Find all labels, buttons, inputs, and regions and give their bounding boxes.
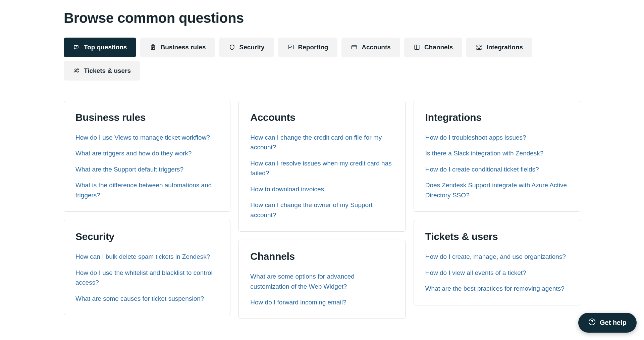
faq-link[interactable]: How do I create, manage, and use organiz… [425, 253, 566, 260]
list-item: What are the Support default triggers? [75, 164, 219, 174]
card-link-list: How can I bulk delete spam tickets in Ze… [75, 252, 219, 303]
card: Tickets & usersHow do I create, manage, … [414, 220, 580, 305]
card-link-list: How do I use Views to manage ticket work… [75, 133, 219, 200]
list-item: How can I bulk delete spam tickets in Ze… [75, 252, 219, 261]
list-item: What are triggers and how do they work? [75, 148, 219, 158]
clipboard-icon [150, 44, 156, 51]
svg-rect-5 [415, 45, 419, 49]
layout-icon [414, 44, 420, 51]
card-title: Accounts [250, 112, 393, 123]
list-item: What is the difference between automatio… [75, 180, 219, 200]
faq-link[interactable]: How can I resolve issues when my credit … [250, 160, 391, 177]
card-title: Integrations [425, 112, 569, 123]
list-item: How do I view all events of a ticket? [425, 268, 569, 278]
card-title: Tickets & users [425, 231, 569, 242]
tab-label: Tickets & users [84, 67, 131, 75]
card-link-list: How can I change the credit card on file… [250, 133, 393, 220]
tab-row: Top questionsBusiness rulesSecurityRepor… [64, 38, 580, 81]
card-link-list: How do I create, manage, and use organiz… [425, 252, 569, 293]
svg-point-9 [592, 323, 592, 324]
faq-link[interactable]: What are triggers and how do they work? [75, 150, 192, 157]
tab-tickets-users[interactable]: Tickets & users [64, 61, 140, 81]
faq-link[interactable]: How do I use Views to manage ticket work… [75, 134, 210, 141]
get-help-label: Get help [600, 319, 627, 327]
tab-channels[interactable]: Channels [404, 38, 463, 57]
tab-accounts[interactable]: Accounts [341, 38, 400, 57]
card-title: Channels [250, 251, 393, 262]
svg-point-0 [76, 47, 76, 48]
faq-link[interactable]: What is the difference between automatio… [75, 182, 212, 198]
list-item: How can I resolve issues when my credit … [250, 158, 393, 178]
card-column: AccountsHow can I change the credit card… [238, 101, 405, 319]
page-title: Browse common questions [64, 10, 580, 26]
tab-label: Integrations [486, 44, 523, 51]
shield-icon [229, 44, 235, 51]
list-item: How can I change the owner of my Support… [250, 200, 393, 220]
svg-point-6 [75, 69, 76, 70]
credit-card-icon [351, 44, 358, 51]
card-title: Security [75, 231, 219, 242]
tab-label: Business rules [160, 44, 206, 51]
chat-question-icon [73, 44, 80, 51]
card: ChannelsWhat are some options for advanc… [238, 240, 405, 319]
svg-point-7 [77, 69, 78, 70]
list-item: What are some options for advanced custo… [250, 272, 393, 291]
chart-icon [287, 44, 294, 51]
list-item: How do I use Views to manage ticket work… [75, 133, 219, 142]
list-item: How do I troubleshoot apps issues? [425, 133, 569, 142]
list-item: How to download invoices [250, 184, 393, 194]
list-item: What are the best practices for removing… [425, 284, 569, 293]
tab-reporting[interactable]: Reporting [278, 38, 338, 57]
card-link-list: How do I troubleshoot apps issues?Is the… [425, 133, 569, 200]
faq-link[interactable]: What are some causes for ticket suspensi… [75, 295, 204, 302]
tab-label: Security [239, 44, 265, 51]
tab-label: Accounts [362, 44, 391, 51]
faq-link[interactable]: How can I change the credit card on file… [250, 134, 382, 151]
card: AccountsHow can I change the credit card… [238, 101, 405, 232]
list-item: How do I create conditional ticket field… [425, 164, 569, 174]
list-item: How do I use the whitelist and blacklist… [75, 268, 219, 288]
list-item: How do I forward incoming email? [250, 297, 393, 307]
faq-link[interactable]: How can I bulk delete spam tickets in Ze… [75, 253, 210, 260]
list-item: Is there a Slack integration with Zendes… [425, 148, 569, 158]
faq-link[interactable]: How do I forward incoming email? [250, 299, 346, 306]
faq-link[interactable]: How to download invoices [250, 186, 324, 193]
svg-rect-3 [288, 45, 293, 49]
faq-link[interactable]: Does Zendesk Support integrate with Azur… [425, 182, 567, 198]
tab-label: Reporting [298, 44, 328, 51]
list-item: How do I create, manage, and use organiz… [425, 252, 569, 261]
cards-grid: Business rulesHow do I use Views to mana… [64, 101, 580, 319]
faq-link[interactable]: What are the Support default triggers? [75, 166, 183, 173]
card: Business rulesHow do I use Views to mana… [64, 101, 230, 212]
faq-link[interactable]: How do I view all events of a ticket? [425, 269, 526, 276]
faq-link[interactable]: How do I use the whitelist and blacklist… [75, 269, 213, 286]
faq-link[interactable]: How do I create conditional ticket field… [425, 166, 539, 173]
card-link-list: What are some options for advanced custo… [250, 272, 393, 307]
faq-link[interactable]: What are the best practices for removing… [425, 285, 565, 292]
tab-security[interactable]: Security [219, 38, 274, 57]
faq-link[interactable]: How do I troubleshoot apps issues? [425, 134, 526, 141]
list-item: What are some causes for ticket suspensi… [75, 294, 219, 303]
tab-label: Channels [424, 44, 453, 51]
list-item: Does Zendesk Support integrate with Azur… [425, 180, 569, 200]
card-title: Business rules [75, 112, 219, 123]
card: SecurityHow can I bulk delete spam ticke… [64, 220, 230, 315]
card-column: Business rulesHow do I use Views to mana… [64, 101, 230, 315]
list-item: How can I change the credit card on file… [250, 133, 393, 152]
tab-integrations[interactable]: Integrations [466, 38, 532, 57]
tab-label: Top questions [84, 44, 127, 51]
get-help-button[interactable]: Get help [578, 313, 637, 332]
faq-link[interactable]: What are some options for advanced custo… [250, 273, 355, 290]
faq-link[interactable]: How can I change the owner of my Support… [250, 201, 372, 218]
tab-business-rules[interactable]: Business rules [140, 38, 215, 57]
card: IntegrationsHow do I troubleshoot apps i… [414, 101, 580, 212]
puzzle-icon [476, 44, 482, 51]
faq-link[interactable]: Is there a Slack integration with Zendes… [425, 150, 544, 157]
svg-rect-4 [352, 46, 357, 49]
card-column: IntegrationsHow do I troubleshoot apps i… [414, 101, 580, 305]
people-icon [73, 67, 80, 74]
help-icon [588, 318, 596, 327]
tab-top-questions[interactable]: Top questions [64, 38, 136, 57]
